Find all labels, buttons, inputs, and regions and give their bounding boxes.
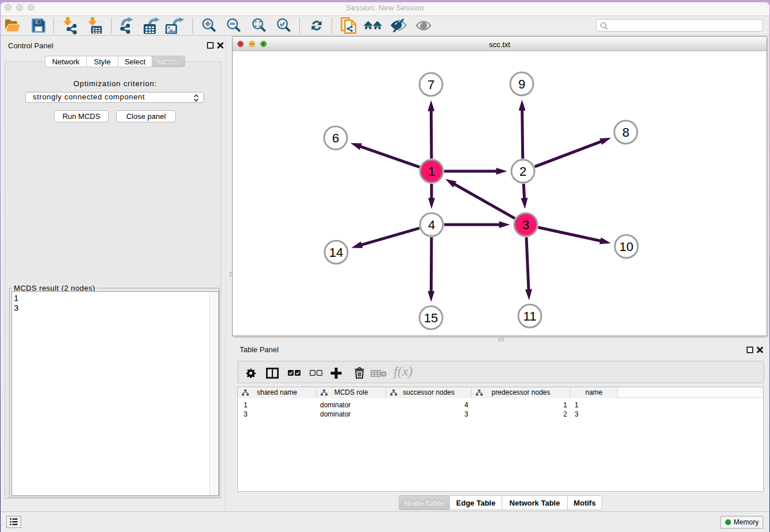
svg-text:15: 15 [424, 311, 438, 325]
svg-text:6: 6 [332, 131, 339, 145]
svg-text:4: 4 [428, 218, 435, 232]
svg-text:11: 11 [523, 309, 537, 323]
svg-text:10: 10 [619, 240, 633, 254]
svg-text:3: 3 [522, 218, 529, 232]
svg-text:8: 8 [622, 125, 629, 140]
svg-text:9: 9 [518, 77, 525, 91]
svg-text:2: 2 [519, 164, 526, 179]
svg-text:7: 7 [428, 78, 434, 92]
svg-text:1: 1 [428, 164, 435, 179]
svg-text:14: 14 [329, 245, 343, 260]
